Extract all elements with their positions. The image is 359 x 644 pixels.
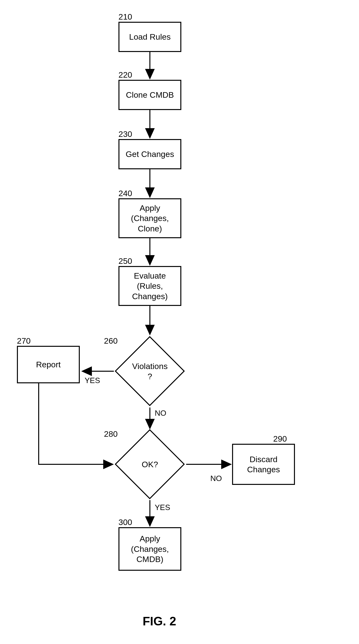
- box-report-text: Report: [36, 359, 61, 370]
- box-get-changes: Get Changes: [118, 139, 181, 169]
- box-evaluate: Evaluate (Rules, Changes): [118, 266, 181, 306]
- box-230-number: 230: [118, 130, 132, 139]
- box-apply-changes-cmdb: Apply (Changes, CMDB): [118, 527, 181, 571]
- box-report: Report: [17, 346, 80, 383]
- decision-280-number: 280: [104, 429, 118, 439]
- box-250-number: 250: [118, 256, 132, 266]
- decision-260-number: 260: [104, 336, 118, 346]
- label-280-no: NO: [210, 474, 222, 483]
- box-210-number: 210: [118, 12, 132, 22]
- box-discard-changes: Discard Changes: [232, 444, 295, 485]
- decision-ok: [115, 429, 185, 500]
- box-discard-changes-text: Discard Changes: [247, 454, 280, 475]
- figure-caption: FIG. 2: [143, 614, 176, 628]
- box-220-number: 220: [118, 70, 132, 80]
- box-load-rules-text: Load Rules: [129, 32, 171, 42]
- label-260-yes: YES: [84, 376, 100, 385]
- box-get-changes-text: Get Changes: [126, 149, 174, 159]
- box-apply-changes-clone-text: Apply (Changes, Clone): [131, 203, 169, 234]
- flowchart-canvas: 210 Load Rules 220 Clone CMDB 230 Get Ch…: [0, 0, 359, 644]
- box-apply-changes-cmdb-text: Apply (Changes, CMDB): [131, 534, 169, 564]
- box-apply-changes-clone: Apply (Changes, Clone): [118, 198, 181, 238]
- box-290-number: 290: [273, 434, 287, 444]
- box-240-number: 240: [118, 189, 132, 198]
- box-clone-cmdb: Clone CMDB: [118, 80, 181, 110]
- box-evaluate-text: Evaluate (Rules, Changes): [132, 270, 168, 302]
- box-300-number: 300: [118, 518, 132, 527]
- label-260-no: NO: [155, 409, 166, 418]
- box-270-number: 270: [17, 336, 31, 346]
- box-clone-cmdb-text: Clone CMDB: [126, 90, 174, 100]
- box-load-rules: Load Rules: [118, 22, 181, 52]
- label-280-yes: YES: [155, 503, 170, 512]
- decision-violations: [115, 336, 185, 406]
